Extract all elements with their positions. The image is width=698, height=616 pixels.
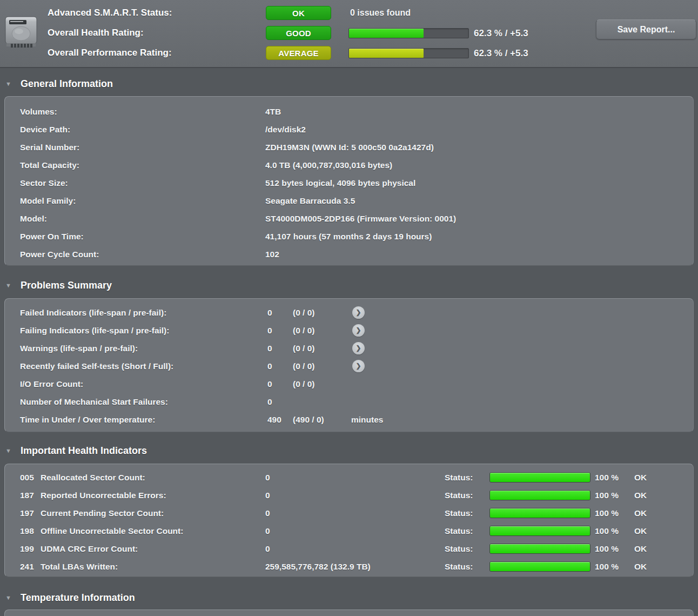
indicator-id: 199 (20, 540, 34, 558)
status-badge: OK (634, 468, 647, 486)
indicator-value: 0 (265, 540, 270, 558)
status-label: Status: (445, 504, 473, 522)
issues-found-text: 0 issues found (350, 8, 411, 18)
row-count: 0 (267, 304, 272, 322)
status-bar-fill (490, 473, 590, 482)
row-label: Volumes: (20, 103, 57, 120)
row-label: Power Cycle Count: (20, 245, 99, 263)
row-count: 490 (267, 411, 281, 428)
section-title: Temperature Information (21, 592, 135, 604)
problems-summary-panel: Failed Indicators (life-span / pre-fail)… (4, 298, 694, 432)
row-label: Model Family: (20, 192, 76, 210)
row-label: Failing Indicators (life-span / pre-fail… (20, 322, 169, 339)
indicator-id: 241 (20, 558, 34, 575)
row-label: Power On Time: (20, 227, 84, 245)
status-percent: 100 % (595, 468, 619, 486)
row-label: Recently failed Self-tests (Short / Full… (20, 357, 173, 375)
indicator-label: Current Pending Sector Count: (41, 504, 164, 522)
indicator-id: 197 (20, 504, 34, 522)
table-row: Device Path: /dev/disk2 (5, 120, 693, 138)
row-value: Seagate Barracuda 3.5 (265, 192, 355, 210)
status-bar (489, 526, 590, 536)
temperature-section-header: ▼ Temperature Information (0, 592, 698, 605)
problems-summary-section-header: ▼ Problems Summary (0, 280, 698, 293)
table-row: Sector Size: 512 bytes logical, 4096 byt… (5, 174, 693, 192)
performance-rating-label: Overall Performance Rating: (48, 48, 172, 58)
chevron-right-icon: ❯ (355, 306, 361, 319)
table-row: Time in Under / Over temperature: 490 (4… (5, 411, 693, 428)
status-bar-fill (490, 562, 590, 571)
health-rating-bar-fill (349, 29, 424, 38)
status-bar (489, 561, 590, 572)
row-value: 4.0 TB (4,000,787,030,016 bytes) (265, 156, 392, 174)
details-arrow-button[interactable]: ❯ (352, 342, 365, 354)
row-count: 0 (267, 322, 272, 339)
table-row: Serial Number: ZDH19M3N (WWN Id: 5 000c5… (5, 138, 693, 156)
chevron-right-icon: ❯ (355, 360, 361, 372)
row-value: ZDH19M3N (WWN Id: 5 000c50 0a2a1427d) (265, 138, 434, 156)
row-value: 512 bytes logical, 4096 bytes physical (265, 174, 415, 192)
table-row: Failed Indicators (life-span / pre-fail)… (5, 304, 693, 322)
row-count: 0 (267, 375, 272, 393)
table-row: Failing Indicators (life-span / pre-fail… (5, 322, 693, 339)
row-label: Total Capacity: (20, 156, 79, 174)
row-label: I/O Error Count: (20, 375, 83, 393)
row-suffix: minutes (351, 411, 383, 428)
disclosure-triangle-icon[interactable]: ▼ (5, 594, 11, 601)
row-detail: (0 / 0) (293, 339, 314, 357)
table-row: Model: ST4000DM005-2DP166 (Firmware Vers… (5, 210, 693, 227)
health-rating-label: Overall Health Rating: (48, 28, 144, 38)
row-detail: (490 / 0) (293, 411, 324, 428)
section-title: Problems Summary (21, 280, 112, 291)
table-row: Power On Time: 41,107 hours (57 months 2… (5, 227, 693, 245)
row-value: /dev/disk2 (265, 120, 306, 138)
performance-rating-badge: AVERAGE (266, 46, 331, 60)
row-count: 0 (267, 357, 272, 375)
status-bar-fill (490, 526, 590, 535)
status-bar (489, 490, 590, 500)
status-percent: 100 % (595, 504, 619, 522)
status-bar (489, 508, 590, 518)
indicator-id: 005 (20, 468, 34, 486)
status-percent: 100 % (595, 522, 619, 540)
details-arrow-button[interactable]: ❯ (352, 324, 365, 337)
disclosure-triangle-icon[interactable]: ▼ (5, 447, 11, 454)
table-row: Warnings (life-span / pre-fail): 0 (0 / … (5, 339, 693, 357)
table-row: 005 Reallocated Sector Count: 0 Status: … (5, 468, 693, 486)
performance-rating-bar-fill (349, 49, 424, 58)
status-badge: OK (634, 522, 647, 540)
disclosure-triangle-icon[interactable]: ▼ (5, 81, 11, 87)
row-detail: (0 / 0) (293, 375, 314, 393)
drive-health-window: Advanced S.M.A.R.T. Status: Overall Heal… (0, 0, 698, 616)
table-row: I/O Error Count: 0 (0 / 0) (5, 375, 693, 393)
row-label: Device Path: (20, 120, 70, 138)
row-detail: (0 / 0) (293, 322, 314, 339)
indicator-id: 187 (20, 486, 34, 504)
row-label: Serial Number: (20, 138, 79, 156)
disclosure-triangle-icon[interactable]: ▼ (5, 282, 11, 289)
status-badge: OK (634, 504, 647, 522)
row-value: 41,107 hours (57 months 2 days 19 hours) (265, 227, 432, 245)
indicator-value: 0 (265, 522, 270, 540)
row-label: Model: (20, 210, 47, 227)
status-percent: 100 % (595, 486, 619, 504)
status-label: Status: (445, 558, 473, 575)
details-arrow-button[interactable]: ❯ (352, 306, 365, 319)
status-bar-fill (490, 508, 590, 518)
indicator-label: Offline Uncorrectable Sector Count: (41, 522, 183, 540)
chevron-right-icon: ❯ (355, 342, 361, 354)
table-row: 197 Current Pending Sector Count: 0 Stat… (5, 504, 693, 522)
details-arrow-button[interactable]: ❯ (352, 360, 365, 372)
indicator-label: UDMA CRC Error Count: (41, 540, 138, 558)
status-label: Status: (445, 540, 473, 558)
smart-status-badge: OK (266, 6, 331, 20)
indicator-id: 198 (20, 522, 34, 540)
health-indicators-panel: 005 Reallocated Sector Count: 0 Status: … (4, 464, 694, 577)
section-title: General Information (21, 78, 113, 90)
row-detail: (0 / 0) (293, 304, 314, 322)
status-bar (489, 472, 590, 483)
table-row: 241 Total LBAs Written: 259,585,776,782 … (5, 558, 693, 575)
status-percent: 100 % (595, 540, 619, 558)
table-row: Recently failed Self-tests (Short / Full… (5, 357, 693, 375)
save-report-button[interactable]: Save Report... (596, 19, 696, 39)
